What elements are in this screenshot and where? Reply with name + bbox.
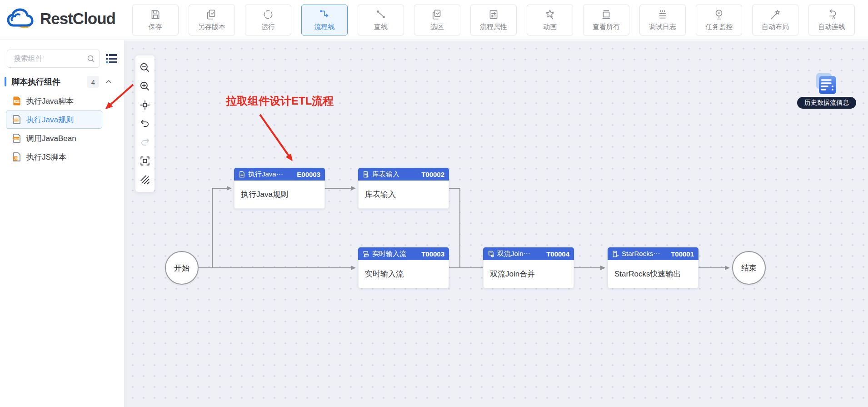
fit-view-icon[interactable]: [139, 99, 151, 111]
flow-node-header: 执行Java⋯ E00003: [234, 168, 325, 181]
svg-text:java: java: [14, 137, 19, 140]
sidebar-item-run-java-script[interactable]: JAVA 执行Java脚本: [6, 92, 102, 110]
flow-line-icon: [319, 9, 330, 20]
flow-node-header: 实时输入流 T00003: [358, 247, 449, 260]
table-input-icon: [363, 171, 369, 178]
svg-text:JAVA: JAVA: [14, 119, 20, 121]
sidebar-item-label: 执行Java脚本: [26, 96, 74, 106]
view-all-icon: [600, 9, 612, 20]
save-as-version-icon: [206, 9, 218, 20]
start-node[interactable]: 开始: [165, 251, 199, 285]
toolbar-button-label: 调试日志: [649, 23, 676, 31]
toolbar-button-debug-log[interactable]: 调试日志: [639, 5, 686, 35]
toolbar-button-flow-line[interactable]: 流程线: [301, 5, 348, 35]
flow-canvas[interactable]: 拉取组件设计ETL流程 历史数据流信息 开始 结束 执行Java⋯ E00003: [125, 40, 868, 407]
animation-icon: [544, 9, 556, 20]
fullscreen-icon[interactable]: [139, 155, 151, 167]
flow-node-table-input[interactable]: 库表输入 T00002 库表输入: [358, 168, 449, 209]
toolbar-button-view-all[interactable]: 查看所有: [583, 5, 629, 35]
search-input[interactable]: [14, 55, 87, 63]
java-script-doc-icon: JAVA: [12, 96, 22, 106]
debug-log-icon: [657, 9, 668, 20]
toolbar-button-save[interactable]: 保存: [132, 5, 179, 35]
toolbar-button-straight-line[interactable]: 直线: [358, 5, 404, 35]
flow-node-title: 执行Java⋯: [248, 170, 294, 179]
java-rule-doc-icon: JAVA: [12, 115, 22, 125]
flow-node-code: T00002: [421, 171, 444, 178]
search-icon: [87, 55, 95, 63]
redo-icon[interactable]: [139, 136, 151, 148]
flow-properties-icon: [488, 9, 499, 20]
flow-node-title: StarRocks⋯: [622, 250, 668, 258]
app-header: RestCloud 保存 另存版本 运行 流程线 直线 选区 流程属性: [0, 0, 868, 40]
toolbar: 保存 另存版本 运行 流程线 直线 选区 流程属性 动画: [132, 5, 855, 35]
grid-toggle-icon[interactable]: [139, 174, 151, 186]
flow-node-starrocks-output[interactable]: StarRocks⋯ T00001 StarRocks快速输出: [608, 247, 698, 288]
svg-text:A: A: [832, 15, 835, 20]
flow-node-code: T00001: [671, 250, 694, 258]
sidebar-item-label: 执行Java规则: [26, 115, 74, 125]
selection-icon: [431, 9, 443, 20]
search-box: [7, 50, 100, 68]
canvas-tool-palette: [135, 55, 155, 192]
list-view-toggle-icon[interactable]: [105, 52, 119, 65]
sidebar-item-call-javabean[interactable]: java 调用JavaBean: [6, 129, 102, 147]
flow-node-realtime-input[interactable]: 实时输入流 T00003 实时输入流: [358, 247, 449, 288]
history-dataflow-icon: [815, 72, 837, 95]
component-sidebar: 脚本执行组件 4 JAVA 执行Java脚本 JAVA 执行Java规则 jav…: [0, 40, 125, 407]
toolbar-button-run[interactable]: 运行: [245, 5, 291, 35]
section-accent-bar: [5, 77, 6, 86]
start-node-label: 开始: [174, 263, 190, 273]
flow-node-header: StarRocks⋯ T00001: [608, 247, 698, 260]
java-doc-icon: [239, 171, 245, 178]
flow-node-dual-stream-join[interactable]: 双流Join⋯ T00004 双流Join合并: [483, 247, 574, 288]
section-count-badge: 4: [87, 76, 99, 88]
toolbar-button-label: 选区: [430, 23, 444, 31]
chevron-up-icon[interactable]: [105, 78, 112, 85]
join-merge-icon: [488, 251, 494, 257]
zoom-in-icon[interactable]: [139, 80, 151, 92]
js-doc-icon: JS: [12, 152, 22, 162]
flow-node-body: 执行Java规则: [234, 181, 325, 209]
toolbar-button-label: 动画: [543, 23, 557, 31]
flow-node-title: 库表输入: [372, 170, 419, 179]
flow-node-body: 双流Join合并: [483, 260, 574, 288]
toolbar-button-auto-layout[interactable]: 自动布局: [752, 5, 798, 35]
toolbar-button-task-monitor[interactable]: 任务监控: [696, 5, 742, 35]
stream-input-icon: [363, 251, 369, 257]
toolbar-button-animation[interactable]: 动画: [527, 5, 573, 35]
end-node[interactable]: 结束: [732, 251, 766, 285]
toolbar-button-label: 自动布局: [762, 23, 789, 31]
sidebar-item-run-js-script[interactable]: JS 执行JS脚本: [6, 148, 102, 166]
flow-node-body: 库表输入: [358, 181, 449, 209]
flow-node-java-rule[interactable]: 执行Java⋯ E00003 执行Java规则: [234, 168, 325, 209]
toolbar-button-auto-connect[interactable]: A 自动连线: [808, 5, 855, 35]
javabean-doc-icon: java: [12, 133, 22, 143]
flow-node-code: T00003: [421, 250, 444, 258]
sidebar-item-run-java-rule[interactable]: JAVA 执行Java规则: [6, 111, 102, 129]
flow-node-header: 库表输入 T00002: [358, 168, 449, 181]
task-monitor-icon: [713, 9, 725, 20]
toolbar-button-flow-properties[interactable]: 流程属性: [470, 5, 517, 35]
sidebar-item-label: 执行JS脚本: [26, 152, 66, 162]
flow-node-body: StarRocks快速输出: [608, 260, 698, 288]
zoom-out-icon[interactable]: [139, 62, 151, 74]
toolbar-button-label: 运行: [261, 23, 275, 31]
toolbar-button-save-as-version[interactable]: 另存版本: [189, 5, 235, 35]
flow-node-body: 实时输入流: [358, 260, 449, 288]
sidebar-item-label: 调用JavaBean: [26, 133, 76, 144]
toolbar-button-selection[interactable]: 选区: [414, 5, 460, 35]
svg-text:JAVA: JAVA: [15, 100, 20, 103]
annotation-text: 拉取组件设计ETL流程: [226, 94, 334, 108]
history-dataflow-label[interactable]: 历史数据流信息: [797, 97, 856, 109]
undo-icon[interactable]: [139, 118, 151, 130]
save-icon: [150, 9, 161, 20]
auto-connect-icon: A: [826, 9, 838, 20]
auto-layout-icon: [769, 9, 781, 20]
flow-node-title: 实时输入流: [372, 250, 419, 258]
toolbar-button-label: 保存: [149, 23, 162, 31]
toolbar-button-label: 流程属性: [480, 23, 507, 31]
section-title: 脚本执行组件: [11, 76, 60, 87]
run-icon: [262, 9, 274, 20]
flow-node-code: T00004: [546, 250, 569, 258]
